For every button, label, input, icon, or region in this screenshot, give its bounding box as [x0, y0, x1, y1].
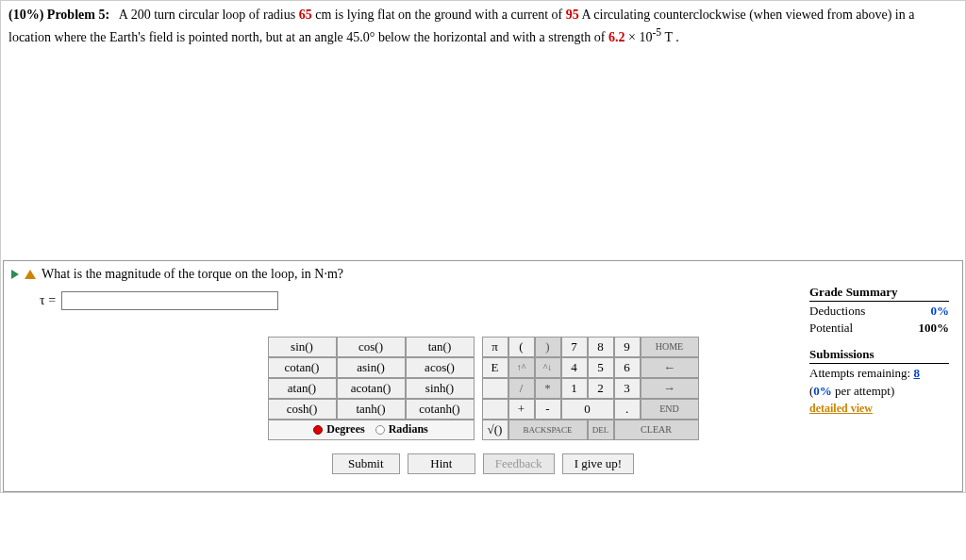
- e-key[interactable]: E: [482, 357, 508, 378]
- sinh-button[interactable]: sinh(): [406, 378, 475, 399]
- cos-button[interactable]: cos(): [337, 337, 406, 357]
- warning-icon[interactable]: [25, 270, 36, 279]
- problem-label: Problem 5:: [47, 8, 109, 22]
- key-5[interactable]: 5: [588, 357, 614, 378]
- key-8[interactable]: 8: [588, 337, 614, 357]
- play-icon[interactable]: [11, 270, 19, 279]
- end-key[interactable]: END: [641, 399, 699, 420]
- key-1[interactable]: 1: [561, 378, 588, 399]
- clear-key[interactable]: CLEAR: [614, 420, 699, 440]
- del-key[interactable]: DEL: [588, 420, 614, 440]
- tau-label: τ =: [40, 293, 56, 308]
- key-9[interactable]: 9: [614, 337, 641, 357]
- grade-title: Grade Summary: [809, 284, 949, 302]
- sqrt-key[interactable]: √(): [482, 420, 508, 440]
- key-6[interactable]: 6: [614, 357, 641, 378]
- divide-key[interactable]: /: [508, 378, 535, 399]
- tan-button[interactable]: tan(): [406, 337, 475, 357]
- acotan-button[interactable]: acotan(): [337, 378, 406, 399]
- submit-button[interactable]: Submit: [332, 453, 400, 474]
- acos-button[interactable]: acos(): [406, 357, 475, 378]
- blank-key-2: [482, 399, 508, 420]
- rparen-key[interactable]: ): [535, 337, 561, 357]
- problem-weight: (10%): [8, 8, 43, 22]
- cotanh-button[interactable]: cotanh(): [406, 399, 475, 420]
- lparen-key[interactable]: (: [508, 337, 535, 357]
- asin-button[interactable]: asin(): [337, 357, 406, 378]
- dot-key[interactable]: .: [614, 399, 641, 420]
- key-4[interactable]: 4: [561, 357, 588, 378]
- atan-button[interactable]: atan(): [268, 378, 337, 399]
- feedback-button: Feedback: [483, 453, 555, 474]
- attempts-remaining[interactable]: 8: [913, 366, 920, 380]
- blank-key-1: [482, 378, 508, 399]
- cotan-button[interactable]: cotan(): [268, 357, 337, 378]
- up-key[interactable]: ↑^: [508, 357, 535, 378]
- question-text: What is the magnitude of the torque on t…: [42, 267, 343, 282]
- question-panel: What is the magnitude of the torque on t…: [3, 260, 963, 492]
- degrees-radio[interactable]: [313, 425, 323, 435]
- backspace-key[interactable]: BACKSPACE: [508, 420, 588, 440]
- key-3[interactable]: 3: [614, 378, 641, 399]
- cosh-button[interactable]: cosh(): [268, 399, 337, 420]
- answer-input[interactable]: [61, 291, 278, 310]
- pi-key[interactable]: π: [482, 337, 508, 357]
- plus-key[interactable]: +: [508, 399, 535, 420]
- grade-summary: Grade Summary Deductions 0% Potential 10…: [809, 284, 949, 417]
- sin-button[interactable]: sin(): [268, 337, 337, 357]
- right-key[interactable]: →: [641, 378, 699, 399]
- problem-statement: (10%) Problem 5: A 200 turn circular loo…: [1, 1, 965, 53]
- tanh-button[interactable]: tanh(): [337, 399, 406, 420]
- minus-key[interactable]: -: [535, 399, 561, 420]
- key-7[interactable]: 7: [561, 337, 588, 357]
- multiply-key[interactable]: *: [535, 378, 561, 399]
- key-2[interactable]: 2: [588, 378, 614, 399]
- detailed-view-link[interactable]: detailed view: [809, 402, 873, 415]
- left-key[interactable]: ←: [641, 357, 699, 378]
- giveup-button[interactable]: I give up!: [562, 453, 635, 474]
- radians-radio[interactable]: [375, 425, 385, 435]
- hint-button[interactable]: Hint: [408, 453, 475, 474]
- key-0[interactable]: 0: [561, 399, 614, 420]
- submissions-title: Submissions: [809, 346, 949, 364]
- down-key[interactable]: ^↓: [535, 357, 561, 378]
- home-key[interactable]: HOME: [641, 337, 699, 357]
